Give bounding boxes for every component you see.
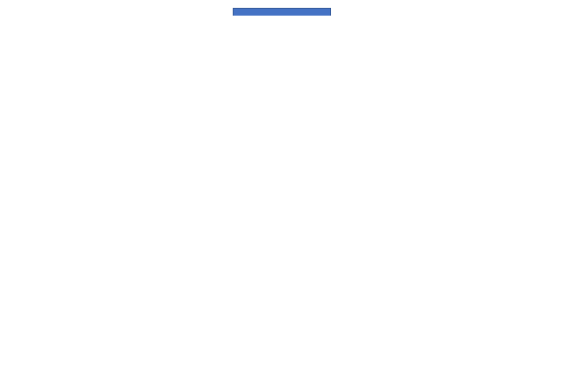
- root-node: Java Operators: [233, 8, 331, 16]
